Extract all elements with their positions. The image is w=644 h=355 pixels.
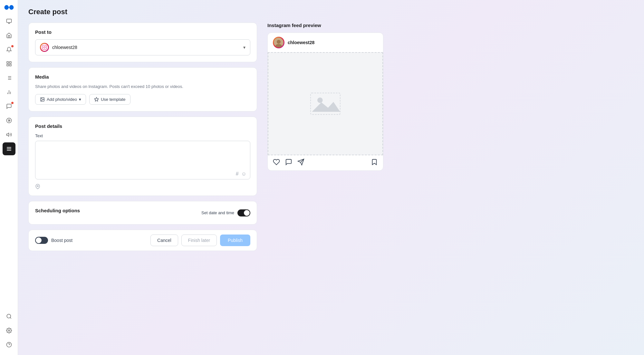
- svg-rect-2: [9, 62, 11, 63]
- text-label: Text: [35, 133, 250, 138]
- use-template-label: Use template: [101, 97, 126, 102]
- account-selector[interactable]: chloewest28 ▾: [35, 39, 250, 55]
- add-photo-chevron-icon: ▾: [79, 97, 81, 102]
- preview-image-placeholder: [268, 52, 383, 155]
- sidebar-item-monitor[interactable]: [3, 15, 15, 28]
- svg-marker-15: [6, 133, 9, 137]
- svg-rect-24: [42, 45, 46, 49]
- svg-rect-4: [9, 64, 11, 66]
- add-photo-video-button[interactable]: Add photo/video ▾: [35, 94, 86, 105]
- post-details-card: Post details Text # ☺: [28, 117, 257, 196]
- preview-bookmark-icon[interactable]: [371, 158, 378, 167]
- main-content: Create post Post to: [18, 0, 644, 355]
- content-layout: Post to chloewest28: [28, 23, 634, 251]
- scheduling-label: Scheduling options: [35, 208, 80, 213]
- action-buttons: Cancel Finish later Publish: [150, 235, 250, 246]
- sidebar-item-analytics[interactable]: [3, 86, 15, 99]
- sidebar-item-notifications[interactable]: [3, 43, 15, 56]
- sidebar-item-help[interactable]: [3, 338, 15, 351]
- media-buttons: Add photo/video ▾ Use template: [35, 94, 250, 105]
- preview-user-avatar-svg: [274, 38, 284, 47]
- post-text-input[interactable]: [35, 141, 250, 179]
- account-name: chloewest28: [52, 45, 77, 50]
- cancel-button[interactable]: Cancel: [150, 235, 178, 246]
- use-template-button[interactable]: Use template: [89, 94, 130, 105]
- template-icon: [94, 97, 99, 102]
- preview-share-icon[interactable]: [297, 158, 304, 167]
- svg-point-25: [43, 46, 45, 48]
- chevron-down-icon: ▾: [243, 45, 245, 50]
- sidebar-item-messages[interactable]: [3, 100, 15, 113]
- sidebar-item-menu[interactable]: [3, 142, 15, 155]
- svg-rect-1: [7, 62, 8, 63]
- preview-actions: [268, 155, 383, 170]
- photo-icon: [40, 97, 45, 102]
- sidebar-item-search[interactable]: [3, 310, 15, 323]
- location-row[interactable]: [35, 184, 250, 189]
- svg-point-35: [317, 98, 323, 103]
- svg-marker-29: [94, 97, 99, 101]
- scheduling-card: Scheduling options Set date and time: [28, 201, 257, 225]
- toggle-knob: [244, 210, 250, 216]
- svg-point-32: [277, 40, 281, 44]
- sidebar-item-grid[interactable]: [3, 57, 15, 70]
- finish-later-button[interactable]: Finish later: [181, 235, 217, 246]
- svg-rect-3: [7, 64, 8, 66]
- hashtag-icon[interactable]: #: [236, 171, 239, 177]
- messages-badge: [11, 102, 14, 104]
- preview-comment-icon[interactable]: [285, 158, 292, 167]
- sidebar-bottom: [3, 310, 15, 351]
- textarea-icons: # ☺: [236, 171, 246, 177]
- svg-line-20: [10, 317, 11, 318]
- preview-avatar: [273, 37, 284, 48]
- scheduling-toggle[interactable]: [237, 209, 250, 216]
- bottom-action-bar: Boost post Cancel Finish later Publish: [28, 230, 257, 251]
- sidebar-item-campaigns[interactable]: [3, 128, 15, 141]
- scheduling-header: Scheduling options Set date and time: [35, 208, 250, 218]
- set-date-label: Set date and time: [201, 210, 234, 215]
- boost-toggle-row: Boost post: [35, 237, 72, 244]
- svg-point-30: [37, 186, 38, 187]
- publish-button[interactable]: Publish: [220, 235, 250, 246]
- post-to-card: Post to chloewest28: [28, 23, 257, 62]
- preview-heart-icon[interactable]: [273, 158, 280, 167]
- svg-point-19: [7, 314, 11, 318]
- sidebar-item-monetization[interactable]: [3, 114, 15, 127]
- sidebar-item-list[interactable]: [3, 72, 15, 84]
- post-to-label: Post to: [35, 29, 250, 35]
- scheduling-toggle-row: Set date and time: [201, 209, 250, 216]
- emoji-icon[interactable]: ☺: [241, 171, 246, 177]
- preview-column: Instagram feed preview chloewest28: [267, 23, 383, 171]
- svg-point-28: [41, 98, 42, 99]
- svg-point-26: [45, 46, 46, 46]
- boost-label: Boost post: [51, 238, 72, 243]
- form-column: Post to chloewest28: [28, 23, 257, 251]
- svg-rect-0: [6, 19, 11, 23]
- sidebar-item-settings[interactable]: [3, 324, 15, 337]
- preview-username: chloewest28: [288, 40, 314, 45]
- media-subtitle: Share photos and videos on Instagram. Po…: [35, 84, 250, 89]
- page-title: Create post: [28, 8, 634, 16]
- textarea-wrapper: # ☺: [35, 141, 250, 181]
- media-card: Media Share photos and videos on Instagr…: [28, 67, 257, 111]
- boost-toggle-knob: [36, 237, 42, 243]
- location-icon: [35, 184, 40, 189]
- post-details-label: Post details: [35, 123, 250, 129]
- meta-logo-icon: [3, 4, 15, 11]
- avatar-inner: [41, 44, 48, 51]
- preview-header: chloewest28: [268, 33, 383, 52]
- sidebar-item-home[interactable]: [3, 29, 15, 42]
- media-label: Media: [35, 74, 250, 80]
- account-select-left: chloewest28: [40, 43, 77, 52]
- boost-toggle[interactable]: [35, 237, 48, 244]
- svg-point-21: [8, 330, 10, 331]
- preview-title: Instagram feed preview: [267, 23, 383, 28]
- notification-badge: [11, 45, 14, 47]
- preview-avatar-inner: [274, 38, 284, 47]
- preview-placeholder-svg: [309, 91, 341, 117]
- add-photo-label: Add photo/video: [47, 97, 77, 102]
- instagram-preview-card: chloewest28: [267, 33, 383, 171]
- account-instagram-icon: [40, 43, 49, 52]
- sidebar: [0, 0, 18, 355]
